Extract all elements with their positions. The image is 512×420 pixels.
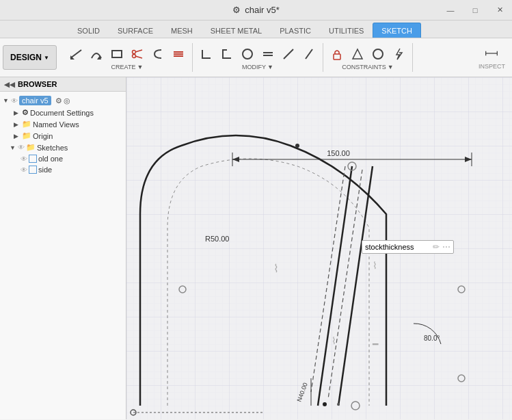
tree-item-origin[interactable]: ▶ 📁 Origin (0, 130, 126, 142)
origin-arrow: ▶ (14, 133, 21, 140)
title-text: chair v5* (245, 5, 280, 15)
svg-rect-3 (112, 51, 122, 57)
window-title: ⚙ chair v5* (232, 5, 280, 15)
svg-line-6 (135, 50, 142, 52)
arc-tool[interactable] (87, 44, 106, 64)
input-more-icon[interactable]: ⋯ (442, 242, 450, 252)
input-edit-icon: ✏ (433, 242, 440, 252)
app-icon: ⚙ (232, 5, 241, 15)
tab-sheet-metal[interactable]: SHEET METAL (202, 23, 271, 38)
tab-mesh[interactable]: MESH (162, 23, 202, 38)
slash-tool[interactable] (299, 44, 319, 64)
views-label: Named Views (33, 120, 79, 129)
old-sketch-icon (29, 155, 37, 163)
root-arrow: ▼ (3, 97, 10, 104)
side-eye[interactable]: 👁 (21, 166, 27, 174)
views-icon: 📁 (22, 120, 31, 129)
lines-tool[interactable] (169, 44, 188, 64)
design-arrow: ▼ (44, 55, 49, 61)
browser-tree: ▼ 👁 chair v5 ⚙ ◎ ▶ ⚙ Document Settings ▶… (0, 92, 126, 178)
tab-sketch[interactable]: SKETCH (373, 23, 421, 38)
stockthickness-input-box[interactable]: ✏ ⋯ (362, 240, 454, 254)
sketches-arrow: ▼ (10, 144, 16, 151)
side-label: side (38, 166, 52, 174)
stockthickness-input[interactable] (365, 243, 430, 251)
l-shape-tool[interactable] (217, 44, 237, 64)
tree-item-old-one[interactable]: 👁 old one (0, 153, 126, 164)
browser-collapse[interactable]: ◀◀ (4, 81, 15, 88)
constraints-text: CONSTRAINTS (342, 64, 386, 70)
tab-row: SOLID SURFACE MESH SHEET METAL PLASTIC U… (0, 21, 512, 38)
views-arrow: ▶ (14, 121, 21, 128)
side-sketch-icon (29, 166, 37, 174)
line-tool[interactable] (66, 44, 85, 64)
canvas-area[interactable]: 150.00 R50.00 80.0° N40.00 (126, 77, 512, 419)
circle-outline-tool[interactable] (368, 44, 388, 64)
inspect-section: INSPECT (474, 42, 509, 73)
create-section: CREATE ▼ (62, 43, 193, 72)
design-label: DESIGN (10, 53, 42, 62)
minimize-btn[interactable]: — (438, 0, 463, 20)
browser-header: ◀◀ BROWSER (0, 77, 126, 92)
grid-background (126, 77, 512, 419)
scissors-tool[interactable] (128, 44, 147, 64)
browser-title: BROWSER (18, 80, 57, 88)
tree-item-sketches[interactable]: ▼ 👁 📁 Sketches (0, 142, 126, 153)
title-bar: ⚙ chair v5* — □ ✕ (0, 0, 512, 21)
tab-surface[interactable]: SURFACE (109, 23, 162, 38)
create-text: CREATE (111, 64, 136, 70)
equals-tool[interactable] (258, 44, 278, 64)
old-eye[interactable]: 👁 (21, 155, 27, 163)
constraints-label[interactable]: CONSTRAINTS ▼ (342, 64, 393, 70)
dimension-tool[interactable] (482, 44, 501, 63)
close-btn[interactable]: ✕ (487, 0, 512, 20)
tree-item-root[interactable]: ▼ 👁 chair v5 ⚙ ◎ (0, 94, 126, 107)
circle-tool[interactable] (238, 44, 257, 64)
corner-tool[interactable] (197, 44, 216, 64)
design-button[interactable]: DESIGN ▼ (3, 45, 57, 70)
svg-rect-24 (126, 77, 512, 419)
root-label: chair v5 (19, 96, 51, 105)
sketches-label: Sketches (37, 144, 68, 152)
origin-icon: 📁 (22, 131, 31, 140)
triangle-tool[interactable] (348, 44, 367, 64)
browser-panel: ◀◀ BROWSER ▼ 👁 chair v5 ⚙ ◎ ▶ ⚙ Document… (0, 77, 126, 419)
constraints-icons (327, 44, 408, 64)
tab-plastic[interactable]: PLASTIC (271, 23, 320, 38)
doc-label: Document Settings (30, 109, 94, 117)
tab-utilities[interactable]: UTILITIES (320, 23, 373, 38)
diagonal-tool[interactable] (279, 44, 298, 64)
toolbar-area: SOLID SURFACE MESH SHEET METAL PLASTIC U… (0, 21, 512, 77)
root-visibility[interactable]: ◎ (64, 96, 70, 105)
tab-solid[interactable]: SOLID (68, 23, 109, 38)
inspect-icons (482, 44, 501, 63)
modify-label[interactable]: MODIFY ▼ (242, 64, 273, 70)
inspect-label: INSPECT (479, 63, 505, 70)
create-label[interactable]: CREATE ▼ (111, 64, 144, 70)
tree-item-doc-settings[interactable]: ▶ ⚙ Document Settings (0, 107, 126, 118)
maximize-btn[interactable]: □ (463, 0, 487, 20)
tree-item-side[interactable]: 👁 side (0, 164, 126, 175)
svg-line-0 (70, 50, 81, 58)
lightning-tool[interactable] (389, 44, 408, 64)
tools-row: DESIGN ▼ (0, 38, 512, 77)
sketches-icon: 📁 (26, 143, 36, 152)
doc-icon: ⚙ (22, 108, 29, 117)
root-eye[interactable]: 👁 (11, 97, 18, 105)
svg-line-16 (306, 49, 312, 59)
svg-point-19 (373, 49, 383, 59)
tree-item-named-views[interactable]: ▶ 📁 Named Views (0, 118, 126, 130)
create-arrow: ▼ (137, 64, 143, 70)
sketches-eye[interactable]: 👁 (18, 144, 25, 151)
modify-section: MODIFY ▼ (193, 43, 323, 72)
svg-line-15 (284, 49, 293, 59)
svg-rect-17 (334, 54, 340, 60)
constraints-section: CONSTRAINTS ▼ (323, 43, 413, 72)
svg-point-4 (132, 51, 135, 54)
window-controls: — □ ✕ (438, 0, 512, 20)
c-shape-tool[interactable] (148, 44, 167, 64)
rect-tool[interactable] (107, 44, 126, 64)
root-settings[interactable]: ⚙ (55, 96, 62, 105)
svg-point-5 (132, 55, 135, 58)
lock-tool[interactable] (327, 44, 347, 64)
